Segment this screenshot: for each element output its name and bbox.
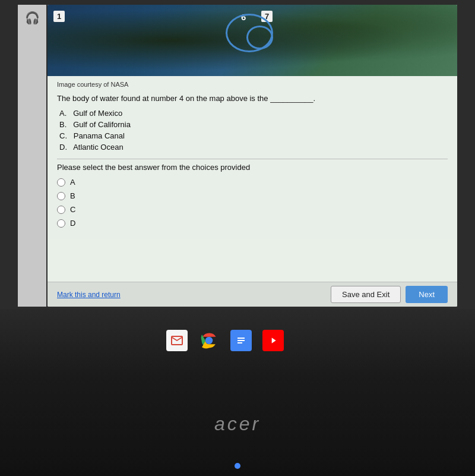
- radio-option-a[interactable]: A: [57, 178, 448, 187]
- choice-a-letter: A.: [59, 109, 66, 118]
- choice-d-text: Atlantic Ocean: [73, 143, 124, 152]
- choice-d: D. Atlantic Ocean: [57, 143, 448, 152]
- radio-option-d[interactable]: D: [57, 219, 448, 228]
- choice-b-letter: B.: [59, 120, 66, 129]
- laptop-screen: 🎧 1 6 7 Image courtesy of NASA The body …: [0, 0, 475, 309]
- radio-input-a[interactable]: [57, 178, 65, 187]
- radio-group: A B C D: [57, 178, 448, 228]
- action-buttons: Save and Exit Next: [331, 286, 448, 303]
- choice-a-text: Gulf of Mexico: [73, 109, 122, 118]
- question-text: The body of water found at number 4 on t…: [57, 94, 448, 103]
- choice-d-letter: D.: [59, 143, 67, 152]
- radio-label-a: A: [70, 178, 75, 187]
- separator: [57, 159, 448, 159]
- choice-a: A. Gulf of Mexico: [57, 109, 448, 118]
- gmail-icon[interactable]: [166, 330, 188, 351]
- choice-b-text: Gulf of California: [73, 120, 131, 129]
- mark-return-link[interactable]: Mark this and return: [57, 291, 121, 299]
- choice-b: B. Gulf of California: [57, 120, 448, 129]
- youtube-icon[interactable]: [262, 330, 284, 351]
- next-button[interactable]: Next: [406, 286, 448, 303]
- image-credit: Image courtesy of NASA: [57, 81, 448, 88]
- power-indicator: [235, 463, 240, 469]
- content-area: Image courtesy of NASA The body of water…: [48, 76, 457, 238]
- svg-rect-4: [238, 342, 242, 343]
- radio-option-b[interactable]: B: [57, 191, 448, 200]
- brand-label: acer: [214, 413, 261, 435]
- taskbar: [166, 330, 284, 351]
- radio-option-c[interactable]: C: [57, 205, 448, 214]
- save-exit-button[interactable]: Save and Exit: [331, 286, 401, 303]
- choices-list: A. Gulf of Mexico B. Gulf of California …: [57, 109, 448, 152]
- radio-label-c: C: [70, 205, 75, 214]
- chrome-icon[interactable]: [198, 330, 220, 351]
- headphone-icon[interactable]: 🎧: [25, 11, 40, 25]
- choice-c: C. Panama Canal: [57, 131, 448, 140]
- map-image: 1 6 7: [48, 5, 457, 76]
- map-circle-small: [246, 26, 273, 49]
- select-instruction: Please select the best answer from the c…: [57, 163, 448, 172]
- docs-icon[interactable]: [230, 330, 252, 351]
- svg-point-0: [205, 337, 213, 345]
- quiz-container: 1 6 7 Image courtesy of NASA The body of…: [48, 5, 457, 307]
- radio-input-b[interactable]: [57, 192, 65, 200]
- radio-input-d[interactable]: [57, 219, 65, 228]
- choice-c-text: Panama Canal: [74, 131, 125, 140]
- svg-rect-3: [238, 340, 245, 341]
- bottom-bar: Mark this and return Save and Exit Next: [48, 282, 457, 307]
- choice-c-letter: C.: [59, 131, 67, 140]
- sidebar-panel: 🎧: [18, 5, 46, 307]
- radio-label-d: D: [70, 219, 75, 228]
- radio-label-b: B: [70, 191, 75, 200]
- svg-rect-2: [238, 338, 245, 339]
- radio-input-c[interactable]: [57, 206, 65, 214]
- map-label-1: 1: [53, 11, 65, 22]
